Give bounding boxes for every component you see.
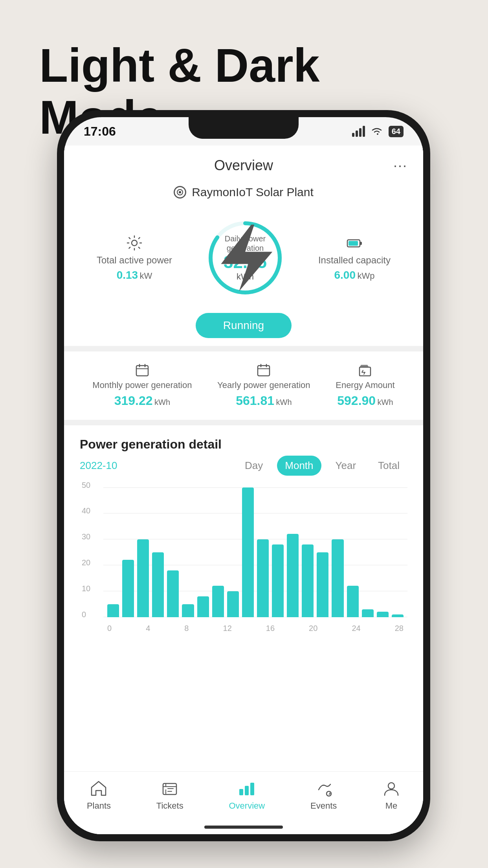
bar-chart: 50 40 30 20 10 0 0 4 8 1 [80,487,407,637]
profile-icon [382,780,400,798]
bar-item [227,591,239,617]
energy-icon [358,363,372,377]
plant-row: RaymonIoT Solar Plant [64,182,423,207]
battery-icon: 64 [389,126,404,137]
nav-me-label: Me [385,801,398,811]
chart-date: 2022-10 [80,460,117,472]
bar-item [137,539,149,617]
lightning-icon [206,219,284,297]
installed-capacity-unit: kWp [357,271,374,281]
home-indicator [204,826,283,829]
notch [189,117,299,139]
running-btn-row: Running [64,309,423,346]
running-button[interactable]: Running [196,313,292,338]
nav-tickets[interactable]: Tickets [156,780,183,811]
chart-section: Power generation detail 2022-10 Day Mont… [64,425,423,645]
total-active-power-value: 0.13 [117,269,138,281]
nav-events-label: Events [310,801,337,811]
svg-rect-10 [360,367,371,376]
tab-total[interactable]: Total [370,456,407,476]
tickets-icon [161,780,179,798]
svg-rect-9 [258,366,270,376]
svg-rect-13 [245,786,249,795]
bar-item [107,604,119,617]
monthly-gen-value: 319.22 [114,394,153,408]
monthly-gen-item: Monthly power generation 319.22 kWh [92,363,192,408]
nav-plants[interactable]: Plants [87,780,111,811]
svg-rect-8 [136,366,148,376]
total-active-power-label: Total active power [97,255,172,266]
total-active-power-item: Total active power 0.13 kW [97,234,172,282]
phone-frame: 17:06 64 Overview [57,110,430,841]
phone-screen: 17:06 64 Overview [64,117,423,834]
bar-item [392,614,404,617]
battery-capacity-icon [346,234,363,252]
monthly-gen-label: Monthly power generation [92,380,192,391]
chart-controls: 2022-10 Day Month Year Total [80,456,407,476]
stats-section: Total active power 0.13 kW [64,207,423,309]
bar-item [257,539,269,617]
events-icon [315,780,333,798]
svg-point-2 [132,240,137,246]
chart-title: Power generation detail [80,437,407,452]
energy-amount-value: 592.90 [337,394,376,408]
bars-container [107,487,404,617]
bar-item [287,534,299,617]
yearly-gen-label: Yearly power generation [217,380,310,391]
nav-events[interactable]: Events [310,780,337,811]
monthly-gen-unit: kWh [154,398,170,406]
status-time: 17:06 [84,124,116,139]
bar-item [182,604,194,617]
signal-icon [352,126,365,137]
plant-name: RaymonIoT Solar Plant [192,186,314,199]
bar-item [212,586,224,617]
installed-capacity-value: 6.00 [334,269,356,281]
generation-stats: Monthly power generation 319.22 kWh Year… [64,351,423,420]
home-icon [90,780,108,798]
tab-year[interactable]: Year [328,456,364,476]
x-axis: 0 4 8 12 16 20 24 28 [107,624,404,633]
tab-month[interactable]: Month [277,456,321,476]
app-content: Overview ··· RaymonIoT Solar Plant [64,145,423,834]
installed-capacity-label: Installed capacity [318,255,391,266]
overview-icon [238,780,256,798]
svg-point-16 [388,783,394,789]
svg-rect-14 [250,783,254,795]
bar-item [167,570,179,617]
energy-amount-item: Energy Amount 592.90 kWh [336,363,394,408]
svg-rect-12 [239,789,243,795]
bar-item [347,586,359,617]
nav-tickets-label: Tickets [156,801,183,811]
installed-capacity-item: Installed capacity 6.00 kWp [318,234,391,282]
energy-amount-unit: kWh [378,398,393,406]
daily-power-gauge: Daily powergeneration 32.45 kWh [206,219,284,297]
bar-item [197,596,209,617]
total-active-power-unit: kW [140,271,152,281]
app-header: Overview ··· [64,145,423,182]
bar-item [272,544,284,617]
status-icons: 64 [352,126,404,137]
more-button[interactable]: ··· [393,157,407,174]
header-title: Overview [214,157,273,174]
yearly-gen-value: 561.81 [236,394,274,408]
calendar-icon [135,363,149,377]
divider-2 [64,420,423,425]
energy-amount-label: Energy Amount [336,380,394,391]
bar-item [122,560,134,617]
nav-me[interactable]: Me [382,780,400,811]
yearly-gen-unit: kWh [276,398,292,406]
bar-item [242,487,254,617]
tab-day[interactable]: Day [237,456,271,476]
bottom-nav: Plants Tickets Overvie [64,771,423,834]
divider-1 [64,346,423,351]
bar-item [332,539,343,617]
wifi-icon [371,127,383,136]
bar-item [302,544,314,617]
gear-icon [126,234,143,252]
bar-item [377,612,389,617]
svg-point-1 [179,191,181,193]
plant-icon [174,186,186,199]
svg-rect-6 [360,242,362,245]
nav-overview[interactable]: Overview [229,780,265,811]
yearly-gen-item: Yearly power generation 561.81 kWh [217,363,310,408]
